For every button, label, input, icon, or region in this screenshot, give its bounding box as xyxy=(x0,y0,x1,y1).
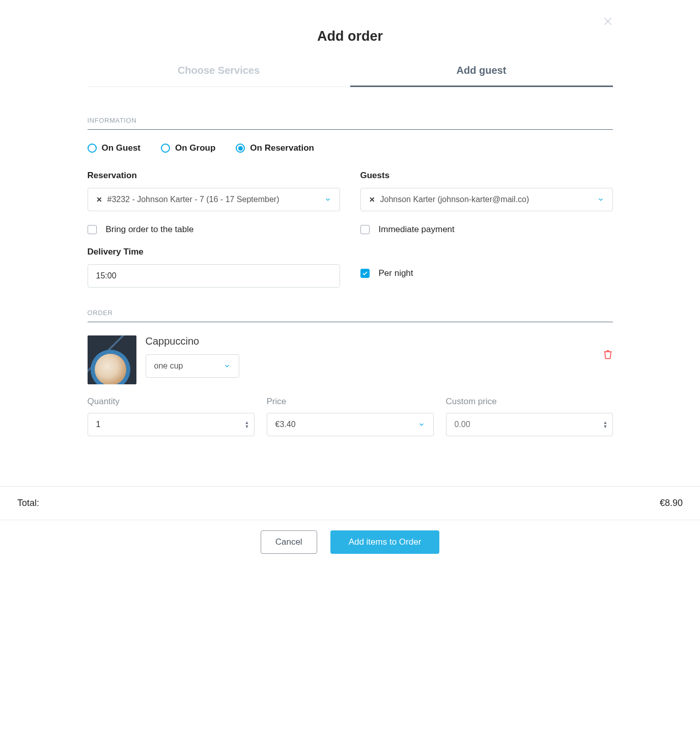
guests-label: Guests xyxy=(360,171,613,181)
order-item-row: Cappuccino one cup xyxy=(88,335,613,384)
total-value: €8.90 xyxy=(660,498,683,509)
tabs: Choose Services Add guest xyxy=(88,59,613,87)
checkbox-label: Per night xyxy=(379,268,413,278)
custom-price-stepper[interactable]: ▲▼ xyxy=(603,420,608,429)
radio-icon xyxy=(88,144,97,153)
radio-icon xyxy=(236,144,245,153)
modal-title: Add order xyxy=(88,29,613,44)
checkbox-label: Bring order to the table xyxy=(106,224,194,235)
checkbox-bring-to-table[interactable]: Bring order to the table xyxy=(88,224,340,235)
checkbox-icon xyxy=(88,225,97,234)
radio-label: On Guest xyxy=(102,143,141,153)
close-icon[interactable] xyxy=(603,16,613,29)
radio-on-group[interactable]: On Group xyxy=(161,143,215,153)
radio-label: On Reservation xyxy=(250,143,314,153)
cancel-button[interactable]: Cancel xyxy=(261,530,317,554)
clear-icon[interactable]: ✕ xyxy=(96,195,102,204)
chevron-down-icon xyxy=(597,196,604,203)
add-items-button[interactable]: Add items to Order xyxy=(330,530,440,554)
radio-icon xyxy=(161,144,170,153)
guests-value: Johnson Karter (johnson-karter@mail.co) xyxy=(380,195,597,204)
checkbox-label: Immediate payment xyxy=(379,224,455,235)
price-label: Price xyxy=(267,397,434,407)
reservation-value: #3232 - Johnson Karter - 7 (16 - 17 Sept… xyxy=(107,195,324,204)
chevron-down-icon xyxy=(418,421,425,428)
item-thumbnail xyxy=(88,335,136,384)
chevron-down-icon xyxy=(324,196,331,203)
total-bar: Total: €8.90 xyxy=(0,486,700,520)
footer-actions: Cancel Add items to Order xyxy=(0,530,700,554)
section-order-label: ORDER xyxy=(88,309,613,317)
checkbox-per-night[interactable]: Per night xyxy=(360,268,613,278)
radio-on-guest[interactable]: On Guest xyxy=(88,143,141,153)
total-label: Total: xyxy=(17,498,39,509)
tab-choose-services[interactable]: Choose Services xyxy=(88,59,350,87)
guests-select[interactable]: ✕ Johnson Karter (johnson-karter@mail.co… xyxy=(360,188,613,211)
variant-select[interactable]: one cup xyxy=(146,354,239,378)
reservation-select[interactable]: ✕ #3232 - Johnson Karter - 7 (16 - 17 Se… xyxy=(88,188,340,211)
variant-value: one cup xyxy=(154,361,223,371)
quantity-input[interactable] xyxy=(88,413,255,436)
quantity-label: Quantity xyxy=(88,397,255,407)
chevron-down-icon xyxy=(223,362,231,370)
tab-add-guest[interactable]: Add guest xyxy=(350,59,613,87)
checkbox-immediate-payment[interactable]: Immediate payment xyxy=(360,224,613,235)
checkbox-icon xyxy=(360,225,370,234)
clear-icon[interactable]: ✕ xyxy=(369,195,375,204)
section-information-label: INFORMATION xyxy=(88,117,613,124)
radio-on-reservation[interactable]: On Reservation xyxy=(236,143,314,153)
delete-item-button[interactable] xyxy=(603,349,613,362)
quantity-stepper[interactable]: ▲▼ xyxy=(245,420,249,429)
item-name: Cappuccino xyxy=(146,335,613,347)
section-divider xyxy=(88,129,613,130)
section-divider xyxy=(88,322,613,322)
delivery-time-input[interactable] xyxy=(88,264,340,288)
reservation-label: Reservation xyxy=(88,171,340,181)
delivery-time-label: Delivery Time xyxy=(88,247,340,257)
radio-label: On Group xyxy=(175,143,215,153)
custom-price-input[interactable] xyxy=(446,413,613,436)
checkbox-icon xyxy=(360,269,370,278)
custom-price-label: Custom price xyxy=(446,397,613,407)
price-value: €3.40 xyxy=(275,420,418,429)
price-select[interactable]: €3.40 xyxy=(267,413,434,436)
